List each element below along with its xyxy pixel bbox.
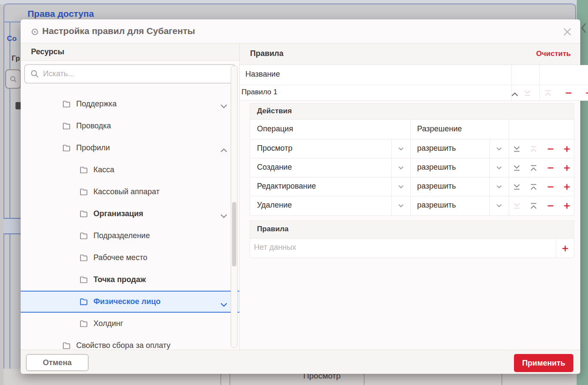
tree-item[interactable]: Холдинг (21, 313, 239, 335)
column-divider (410, 120, 411, 139)
cancel-button[interactable]: Отмена (26, 354, 89, 371)
dialog-title: Настройка правил для Субагенты (42, 26, 195, 36)
search-icon (31, 70, 39, 78)
action-row: Просмотр разрешить (250, 140, 574, 158)
add-icon[interactable] (563, 146, 570, 152)
target-icon (31, 28, 39, 36)
move-to-top-icon[interactable] (530, 183, 537, 190)
action-row-controls (509, 196, 575, 215)
move-to-top-icon[interactable] (545, 90, 552, 96)
tree-item-label: Проводка (76, 121, 111, 130)
tree-item[interactable]: Поддержка (21, 93, 239, 115)
add-icon[interactable] (563, 165, 570, 171)
tree-item-label: Организация (93, 209, 143, 218)
collapse-chevron-icon[interactable] (511, 90, 518, 98)
page-title: Права доступа (28, 9, 94, 19)
tree-scrollbar[interactable] (231, 65, 238, 348)
tree-item[interactable]: Профили (21, 137, 239, 159)
folder-icon (80, 298, 88, 305)
tree-item[interactable]: Подразделение (21, 225, 239, 247)
resources-header-band: Ресурсы (21, 43, 239, 61)
permission-dropdown-icon[interactable] (489, 158, 509, 177)
column-divider (489, 196, 490, 215)
folder-icon (80, 232, 88, 239)
chevron-down-icon[interactable] (220, 102, 227, 111)
search-input[interactable] (43, 66, 232, 82)
tree-item-selected[interactable]: Физическое лицо (21, 291, 239, 313)
move-to-top-icon[interactable] (530, 202, 537, 209)
remove-icon[interactable] (547, 183, 554, 190)
operation-value: Удаление (257, 201, 292, 210)
permission-column-header: Разрешение (417, 124, 462, 134)
tree-item[interactable]: Рабочее место (21, 247, 239, 269)
nested-rules-section: Правила Нет данных (250, 220, 574, 258)
background-divider (4, 22, 21, 22)
actions-header: Действия (257, 107, 292, 115)
dialog-footer: Отмена Применить (21, 350, 580, 374)
operation-dropdown-icon[interactable] (391, 158, 410, 177)
tree-item-label: Рабочее место (93, 253, 147, 262)
remove-icon[interactable] (547, 146, 554, 152)
tree-item[interactable]: Кассовый аппарат (21, 181, 239, 203)
permission-dropdown-icon[interactable] (489, 177, 509, 196)
actions-table-header: Операция Разрешение (250, 120, 574, 140)
rule-row-actions (519, 85, 588, 100)
action-row: Удаление разрешить (250, 196, 574, 215)
add-rule-cell (556, 239, 574, 258)
rules-header-band: Правила Очистить (240, 43, 580, 65)
add-icon[interactable] (562, 245, 569, 252)
background-tab-fragment: Со (7, 34, 17, 43)
move-to-bottom-icon[interactable] (513, 146, 520, 152)
move-to-bottom-icon[interactable] (513, 202, 520, 209)
folder-icon (80, 320, 88, 327)
move-to-bottom-icon[interactable] (513, 183, 520, 190)
folder-icon (62, 342, 71, 349)
permission-dropdown-icon[interactable] (489, 140, 509, 158)
apply-button[interactable]: Применить (514, 354, 573, 372)
chevron-left-icon[interactable] (581, 22, 587, 34)
column-divider (410, 140, 411, 158)
add-icon[interactable] (563, 183, 570, 190)
add-icon[interactable] (585, 90, 588, 96)
chevron-down-icon[interactable] (220, 211, 227, 220)
tree-item[interactable]: Касса (21, 159, 239, 181)
close-icon[interactable] (560, 25, 574, 39)
move-to-bottom-icon[interactable] (524, 90, 531, 96)
action-row-controls (509, 177, 575, 196)
tree-item[interactable]: Точка продаж (21, 269, 239, 291)
remove-icon[interactable] (547, 202, 554, 209)
tree-item-label: Поддержка (76, 99, 117, 109)
tree-item[interactable]: Проводка (21, 115, 239, 137)
operation-value: Просмотр (257, 144, 292, 153)
permission-dropdown-icon[interactable] (489, 196, 509, 215)
actions-header-band: Действия (250, 104, 574, 120)
move-to-top-icon[interactable] (530, 146, 537, 152)
action-row-controls (509, 140, 575, 158)
scrollbar-thumb[interactable] (232, 202, 236, 267)
operation-dropdown-icon[interactable] (391, 177, 410, 196)
operation-column-header: Операция (257, 124, 293, 134)
tree-item[interactable]: Организация (21, 203, 239, 225)
tree-item-label: Подразделение (93, 231, 150, 240)
rule-name-input[interactable]: Правило 1 (241, 88, 277, 96)
permission-value: разрешить (417, 182, 456, 191)
empty-row: Нет данных (250, 239, 574, 258)
remove-icon[interactable] (565, 90, 572, 96)
move-to-bottom-icon[interactable] (513, 165, 520, 171)
chevron-down-icon[interactable] (220, 300, 227, 309)
chevron-up-icon[interactable] (220, 146, 227, 155)
action-row: Создание разрешить (250, 158, 574, 177)
background-group-fragment: Гр (12, 54, 20, 63)
operation-dropdown-icon[interactable] (391, 196, 410, 215)
clear-button[interactable]: Очистить (536, 50, 571, 58)
operation-dropdown-icon[interactable] (391, 140, 410, 158)
move-to-top-icon[interactable] (530, 165, 537, 171)
tree-item[interactable]: Свойство сбора за оплату (21, 335, 239, 350)
column-divider (489, 140, 490, 158)
action-row-controls (509, 158, 575, 177)
remove-icon[interactable] (547, 165, 554, 171)
folder-icon (62, 144, 71, 152)
tree-item-label: Точка продаж (93, 275, 146, 284)
add-icon[interactable] (563, 202, 570, 209)
empty-text: Нет данных (254, 243, 296, 252)
